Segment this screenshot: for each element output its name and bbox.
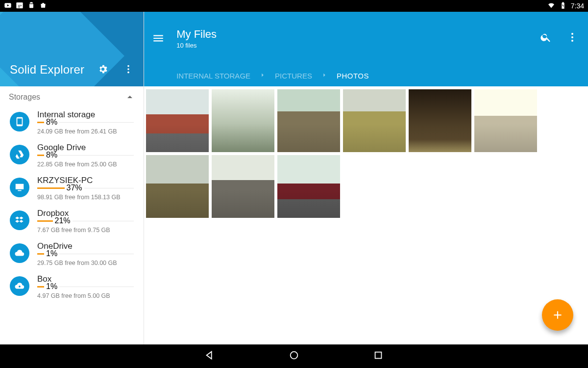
back-button[interactable] <box>204 350 215 363</box>
android-status-bar: g+ 7:34 <box>0 0 588 12</box>
main-overflow-button[interactable] <box>566 31 578 45</box>
storage-icon <box>10 145 29 164</box>
photo-thumb-1[interactable] <box>146 89 209 152</box>
wifi-icon <box>547 1 555 11</box>
main-pane: My Files 10 files INTERNAL STORAGEPICTUR… <box>144 12 588 344</box>
hamburger-icon <box>152 32 165 45</box>
svg-point-4 <box>127 65 129 67</box>
storage-icon <box>10 112 29 131</box>
svg-point-9 <box>571 36 573 38</box>
youtube-icon <box>4 1 12 11</box>
shopping-icon <box>39 1 47 11</box>
photo-thumb-5[interactable] <box>409 89 471 152</box>
svg-text:g+: g+ <box>18 3 22 7</box>
storage-item[interactable]: Internal storage8%24.09 GB free from 26.… <box>0 106 144 139</box>
storage-percent: 8% <box>46 118 57 127</box>
photo-thumb-9[interactable] <box>277 155 340 218</box>
photo-thumb-2[interactable] <box>212 89 274 152</box>
android-icon <box>27 1 35 11</box>
menu-button[interactable] <box>151 31 166 46</box>
circle-home-icon <box>289 350 299 361</box>
storage-percent: 8% <box>46 151 57 159</box>
app-bar: My Files 10 files <box>144 12 588 65</box>
storage-item[interactable]: Google Drive8%22.85 GB free from 25.00 G… <box>0 139 144 172</box>
svg-point-7 <box>19 286 21 288</box>
photo-thumb-8[interactable] <box>212 155 274 218</box>
home-button[interactable] <box>289 350 299 363</box>
app-title: Solid Explorer <box>10 63 98 77</box>
storage-percent: 37% <box>67 184 82 192</box>
svg-rect-13 <box>375 352 382 359</box>
sidebar-header: Solid Explorer <box>0 12 144 86</box>
svg-point-12 <box>291 352 298 359</box>
clock-time: 7:34 <box>571 2 584 10</box>
battery-charging-icon <box>559 1 567 11</box>
chevron-up-icon <box>124 91 136 103</box>
storage-detail: 4.97 GB free from 5.00 GB <box>37 292 134 299</box>
triangle-back-icon <box>204 350 215 361</box>
search-icon <box>540 31 552 43</box>
more-vertical-icon <box>566 31 578 43</box>
storage-item[interactable]: KRZYSIEK-PC37%98.91 GB free from 158.13 … <box>0 172 144 205</box>
storage-detail: 7.67 GB free from 9.75 GB <box>37 227 134 234</box>
photo-thumb-6[interactable] <box>474 89 537 152</box>
storage-item[interactable]: OneDrive1%29.75 GB free from 30.00 GB <box>0 237 144 270</box>
more-vertical-icon <box>123 64 134 75</box>
settings-button[interactable] <box>98 64 108 77</box>
page-title: My Files <box>176 28 540 41</box>
breadcrumb-item[interactable]: PHOTOS <box>337 72 369 80</box>
search-button[interactable] <box>540 31 552 45</box>
breadcrumb-item[interactable]: PICTURES <box>275 72 312 80</box>
breadcrumb-item[interactable]: INTERNAL STORAGE <box>176 72 250 80</box>
storage-percent: 21% <box>55 216 71 225</box>
storage-percent: 1% <box>46 249 57 258</box>
storage-item[interactable]: Box1%4.97 GB free from 5.00 GB <box>0 270 144 303</box>
svg-point-10 <box>571 40 573 42</box>
photo-thumb-7[interactable] <box>146 155 209 218</box>
storages-section-label: Storages <box>9 93 124 102</box>
photo-thumb-3[interactable] <box>277 89 340 152</box>
storage-icon <box>10 243 29 263</box>
recents-button[interactable] <box>373 350 384 363</box>
svg-marker-11 <box>207 352 212 359</box>
android-nav-bar <box>0 344 588 368</box>
storages-section-toggle[interactable]: Storages <box>0 86 144 106</box>
storage-percent: 1% <box>46 282 57 291</box>
breadcrumb: INTERNAL STORAGEPICTURESPHOTOS <box>144 65 588 86</box>
google-plus-icon: g+ <box>16 1 24 11</box>
gear-icon <box>98 64 108 75</box>
storage-detail: 24.09 GB free from 26.41 GB <box>37 128 134 135</box>
storage-list: Internal storage8%24.09 GB free from 26.… <box>0 106 144 344</box>
storage-icon <box>10 178 29 197</box>
sidebar: Solid Explorer Storages Internal storage… <box>0 12 144 344</box>
storage-detail: 98.91 GB free from 158.13 GB <box>37 194 134 201</box>
chevron-right-icon <box>321 72 328 80</box>
storage-detail: 22.85 GB free from 25.00 GB <box>37 161 134 168</box>
page-subtitle: 10 files <box>176 42 540 49</box>
sidebar-overflow-button[interactable] <box>123 64 134 77</box>
fab-add-button[interactable] <box>542 299 573 331</box>
storage-detail: 29.75 GB free from 30.00 GB <box>37 260 134 266</box>
storage-icon <box>10 276 29 296</box>
svg-point-8 <box>571 33 573 35</box>
storage-item[interactable]: Dropbox21%7.67 GB free from 9.75 GB <box>0 205 144 237</box>
svg-point-5 <box>127 68 129 70</box>
square-recents-icon <box>373 350 384 361</box>
photo-thumb-4[interactable] <box>343 89 406 152</box>
plus-icon <box>551 309 564 321</box>
chevron-right-icon <box>259 72 266 80</box>
storage-icon <box>10 210 29 230</box>
svg-point-6 <box>127 72 129 74</box>
photo-grid <box>144 86 588 344</box>
